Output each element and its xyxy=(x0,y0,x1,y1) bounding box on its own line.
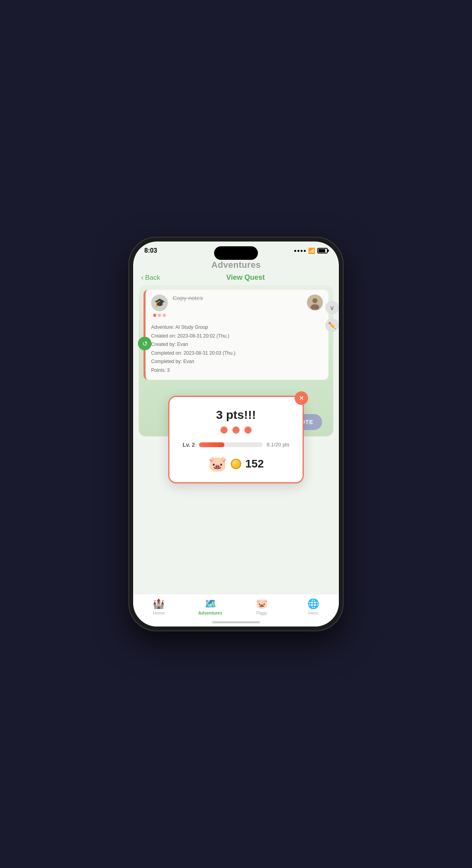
status-icons: 📶 xyxy=(294,247,328,254)
modal-overlay: × 3 pts!!! Lv. 2 8.1 xyxy=(133,285,339,594)
phone-screen: 8:03 📶 Adventures ‹ Back xyxy=(133,242,339,626)
status-time: 8:03 xyxy=(144,247,157,254)
main-content: 🎓 Copy notes xyxy=(133,285,339,594)
modal-close-button[interactable]: × xyxy=(295,391,308,405)
modal-points: 3 pts!!! xyxy=(182,408,290,422)
home-indicator-bar xyxy=(212,621,260,623)
modal-level-row: Lv. 2 8.1/20 pts xyxy=(182,442,290,448)
view-quest-label[interactable]: View Quest xyxy=(160,273,331,282)
modal-pts-fraction: 8.1/20 pts xyxy=(267,442,289,448)
modal-dot-3 xyxy=(244,426,252,434)
tab-adventures[interactable]: 🗺️ Adventures xyxy=(198,598,222,615)
piggy-tab-icon: 🐷 xyxy=(256,598,268,609)
adventures-tab-icon: 🗺️ xyxy=(205,598,216,609)
hero-tab-label: Hero xyxy=(309,611,318,615)
progress-bar-fill xyxy=(199,442,224,447)
modal-dots xyxy=(182,426,290,434)
piggy-tab-label: Piggy xyxy=(256,611,267,615)
home-tab-label: Home xyxy=(153,611,165,615)
app-title: Adventures xyxy=(211,260,261,270)
signal-icon xyxy=(294,250,306,252)
phone-frame: 8:03 📶 Adventures ‹ Back xyxy=(128,237,344,631)
hero-tab-icon: 🌐 xyxy=(307,598,319,609)
battery-icon xyxy=(317,248,328,253)
modal-dot-2 xyxy=(232,426,240,434)
coin-icon xyxy=(231,459,241,469)
tab-piggy[interactable]: 🐷 Piggy xyxy=(250,598,274,615)
back-label: Back xyxy=(145,274,160,282)
back-chevron-icon: ‹ xyxy=(141,273,144,282)
wifi-icon: 📶 xyxy=(308,247,315,254)
tab-home[interactable]: 🏰 Home xyxy=(147,598,171,615)
adventures-tab-label: Adventures xyxy=(198,611,222,615)
modal-level: Lv. 2 xyxy=(183,442,195,448)
home-tab-icon: 🏰 xyxy=(153,598,165,609)
back-button[interactable]: ‹ Back xyxy=(141,273,160,282)
nav-bar: ‹ Back View Quest xyxy=(133,272,339,285)
tab-hero[interactable]: 🌐 Hero xyxy=(301,598,325,615)
dynamic-island xyxy=(214,246,258,260)
reward-modal: × 3 pts!!! Lv. 2 8.1 xyxy=(168,396,304,483)
progress-bar xyxy=(199,442,263,447)
modal-dot-1 xyxy=(220,426,228,434)
home-indicator xyxy=(133,618,339,626)
tab-bar: 🏰 Home 🗺️ Adventures 🐷 Piggy 🌐 Hero xyxy=(133,594,339,618)
modal-coin-count: 152 xyxy=(245,458,264,470)
modal-coins-row: 🐷 152 xyxy=(182,455,290,473)
piggy-icon: 🐷 xyxy=(208,455,227,473)
